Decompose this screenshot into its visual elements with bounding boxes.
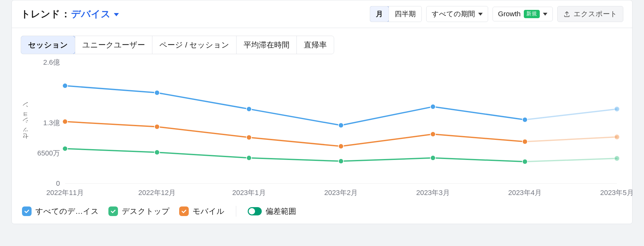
svg-point-5: [430, 104, 435, 109]
date-range-dropdown[interactable]: すべての期間: [426, 6, 488, 22]
x-tick-label: 2022年12月: [138, 184, 176, 198]
trend-card: トレンド ： デバイス 月 四半期 すべての期間 Growth 新: [11, 0, 633, 224]
y-tick-label: 2.6億: [43, 58, 65, 67]
legend-divider: [236, 206, 236, 217]
x-tick-label: 2022年11月: [46, 184, 84, 198]
period-month-button[interactable]: 月: [370, 6, 389, 22]
y-tick-label: 6500万: [37, 148, 65, 158]
svg-point-17: [246, 156, 252, 161]
chart-area: セッション 06500万1.3億2.6億 2022年11月2022年12月202…: [21, 62, 623, 184]
chart-plot: 06500万1.3億2.6億 2022年11月2022年12月2023年1月20…: [65, 62, 617, 184]
svg-point-6: [523, 117, 528, 122]
x-tick-label: 2023年4月: [508, 184, 542, 198]
card-header: トレンド ： デバイス 月 四半期 すべての期間 Growth 新: [12, 0, 632, 28]
growth-label: Growth: [498, 10, 521, 18]
svg-point-7: [614, 106, 619, 112]
tab-unique-users[interactable]: ユニークユーザー: [75, 36, 152, 54]
legend-all-label: すべてのデ…イス: [35, 206, 99, 216]
checkbox-icon: [179, 206, 189, 216]
y-tick-label: 1.3億: [43, 118, 65, 128]
svg-point-9: [155, 124, 160, 129]
upload-icon: [563, 11, 570, 18]
date-range-label: すべての期間: [432, 9, 475, 19]
svg-point-3: [246, 106, 252, 112]
dimension-dropdown[interactable]: デバイス: [71, 8, 119, 21]
svg-point-21: [614, 156, 619, 161]
legend-desktop[interactable]: デスクトップ: [108, 206, 170, 216]
title-separator: ：: [61, 8, 70, 21]
chevron-down-icon: [114, 13, 119, 16]
legend-desktop-label: デスクトップ: [122, 206, 170, 216]
checkbox-icon: [108, 206, 118, 216]
legend-all-devices[interactable]: すべてのデ…イス: [22, 206, 99, 216]
toggle-icon: [248, 207, 262, 215]
svg-point-11: [339, 144, 344, 149]
tab-avg-duration[interactable]: 平均滞在時間: [236, 36, 296, 54]
tab-pages-session[interactable]: ページ / セッション: [152, 36, 236, 54]
svg-point-13: [523, 139, 528, 144]
x-tick-label: 2023年2月: [324, 184, 358, 198]
card-body: セッション ユニークユーザー ページ / セッション 平均滞在時間 直帰率 セッ…: [12, 28, 632, 224]
export-button[interactable]: エクスポート: [557, 6, 623, 22]
growth-dropdown[interactable]: Growth 新規: [493, 7, 553, 21]
svg-point-19: [430, 156, 435, 161]
tab-bounce-rate[interactable]: 直帰率: [296, 36, 334, 54]
svg-point-1: [62, 83, 68, 88]
svg-point-14: [614, 134, 619, 140]
metric-tabs: セッション ユニークユーザー ページ / セッション 平均滞在時間 直帰率: [21, 36, 334, 54]
chart-lines: [65, 62, 617, 184]
svg-point-15: [62, 146, 68, 151]
new-badge: 新規: [524, 10, 540, 18]
svg-point-4: [339, 123, 344, 128]
svg-point-16: [155, 150, 160, 155]
x-tick-label: 2023年3月: [416, 184, 450, 198]
chevron-down-icon: [543, 13, 547, 16]
svg-point-18: [339, 159, 344, 164]
svg-point-2: [155, 90, 160, 95]
x-tick-label: 2023年1月: [232, 184, 266, 198]
svg-point-8: [62, 119, 68, 124]
svg-point-20: [523, 159, 528, 164]
title-prefix: トレンド: [21, 8, 60, 21]
legend: すべてのデ…イス デスクトップ モバイル 偏差範囲: [21, 206, 623, 217]
legend-deviation-toggle[interactable]: 偏差範囲: [248, 206, 296, 216]
svg-point-12: [430, 132, 435, 137]
legend-mobile-label: モバイル: [193, 206, 224, 216]
header-controls: 月 四半期 すべての期間 Growth 新規 エクスポート: [370, 6, 623, 22]
period-quarter-button[interactable]: 四半期: [389, 6, 421, 22]
export-label: エクスポート: [574, 9, 617, 19]
legend-mobile[interactable]: モバイル: [179, 206, 224, 216]
period-segment: 月 四半期: [370, 6, 422, 22]
chevron-down-icon: [478, 13, 483, 16]
y-axis-title: セッション: [21, 103, 29, 143]
tab-sessions[interactable]: セッション: [21, 36, 75, 54]
x-tick-label: 2023年5月: [600, 184, 633, 198]
legend-deviation-label: 偏差範囲: [266, 206, 296, 216]
svg-point-10: [246, 135, 252, 140]
card-title: トレンド ： デバイス: [21, 8, 119, 21]
dimension-label: デバイス: [71, 8, 111, 21]
checkbox-icon: [22, 206, 32, 216]
